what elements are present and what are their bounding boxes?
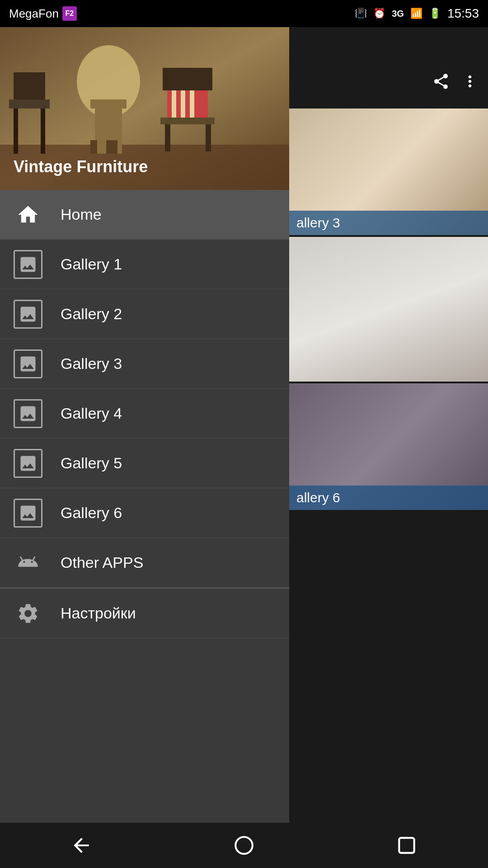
bg-gallery-item-3[interactable]: allery 3 <box>289 108 488 235</box>
menu-item-gallery5[interactable]: Gallery 5 <box>0 439 289 488</box>
home-icon <box>14 200 42 229</box>
carrier-name: MegaFon <box>9 7 59 21</box>
bg-gallery-item-6[interactable]: allery 6 <box>289 383 488 510</box>
carrier-icon: F2 <box>62 6 77 21</box>
home-button[interactable] <box>221 830 267 861</box>
svg-rect-20 <box>206 124 211 151</box>
menu-item-home[interactable]: Home <box>0 190 289 240</box>
menu-item-gallery2[interactable]: Gallery 2 <box>0 289 289 339</box>
gallery5-icon <box>14 449 42 478</box>
bg-gallery-item-white[interactable] <box>289 237 488 382</box>
menu-item-home-label: Home <box>61 206 102 223</box>
svg-point-21 <box>235 837 253 854</box>
menu-item-gallery1[interactable]: Gallery 1 <box>0 240 289 289</box>
carrier-icon-text: F2 <box>66 9 74 18</box>
menu-item-gallery6-label: Gallery 6 <box>61 504 122 522</box>
gallery2-icon <box>14 300 42 329</box>
menu-item-gallery1-label: Gallery 1 <box>61 255 122 273</box>
menu-item-gallery6[interactable]: Gallery 6 <box>0 488 289 538</box>
menu-item-gallery4[interactable]: Gallery 4 <box>0 389 289 439</box>
svg-rect-17 <box>163 68 212 90</box>
menu-item-gallery5-label: Gallery 5 <box>61 454 122 472</box>
share-button[interactable] <box>432 72 450 90</box>
android-icon <box>14 548 42 577</box>
drawer-header: Vintage Furniture <box>0 27 289 190</box>
menu-item-settings[interactable]: Настройки <box>0 589 289 638</box>
svg-rect-14 <box>172 86 176 118</box>
svg-rect-16 <box>190 86 194 118</box>
settings-icon <box>14 599 42 628</box>
gallery3-bg-label: allery 3 <box>289 211 488 235</box>
menu-item-gallery3[interactable]: Gallery 3 <box>0 339 289 389</box>
network-icon: 3G <box>392 9 404 19</box>
menu-item-otherapps-label: Other APPS <box>61 554 143 571</box>
svg-rect-12 <box>106 140 113 154</box>
bg-gallery: allery 3 allery 6 <box>289 108 488 694</box>
menu-item-gallery4-label: Gallery 4 <box>61 405 122 422</box>
svg-rect-22 <box>399 838 414 853</box>
svg-rect-19 <box>165 124 170 151</box>
header-toolbar <box>407 54 488 108</box>
gallery3-icon <box>14 349 42 378</box>
svg-rect-18 <box>160 118 215 124</box>
status-bar-right: 📳 ⏰ 3G 📶 🔋 15:53 <box>355 6 479 21</box>
signal-icon: 📶 <box>410 8 422 19</box>
battery-icon: 🔋 <box>429 8 441 19</box>
status-bar-left: MegaFon F2 <box>9 6 77 21</box>
svg-rect-10 <box>90 140 97 154</box>
svg-rect-5 <box>14 72 45 99</box>
status-bar: MegaFon F2 📳 ⏰ 3G 📶 🔋 15:53 <box>0 0 488 27</box>
recents-button[interactable] <box>384 830 429 861</box>
gallery6-icon <box>14 499 42 528</box>
back-button[interactable] <box>59 830 104 861</box>
svg-rect-15 <box>181 86 185 118</box>
menu-item-gallery2-label: Gallery 2 <box>61 305 122 323</box>
bg-gallery-extra <box>289 512 488 693</box>
menu-item-otherapps[interactable]: Other APPS <box>0 538 289 588</box>
status-time: 15:53 <box>447 6 479 21</box>
menu-item-settings-label: Настройки <box>61 604 136 622</box>
more-options-button[interactable] <box>461 72 479 90</box>
gallery1-icon <box>14 250 42 279</box>
gallery4-icon <box>14 399 42 428</box>
vibrate-icon: 📳 <box>355 8 367 19</box>
svg-rect-6 <box>9 99 50 108</box>
drawer-header-title: Vintage Furniture <box>14 157 148 176</box>
alarm-icon: ⏰ <box>373 8 385 19</box>
gallery6-bg-label: allery 6 <box>289 486 488 510</box>
menu-item-gallery3-label: Gallery 3 <box>61 355 122 373</box>
navigation-drawer: Vintage Furniture Home Gallery 1 Gallery… <box>0 27 289 868</box>
bottom-nav <box>0 823 488 868</box>
svg-rect-8 <box>90 99 127 108</box>
